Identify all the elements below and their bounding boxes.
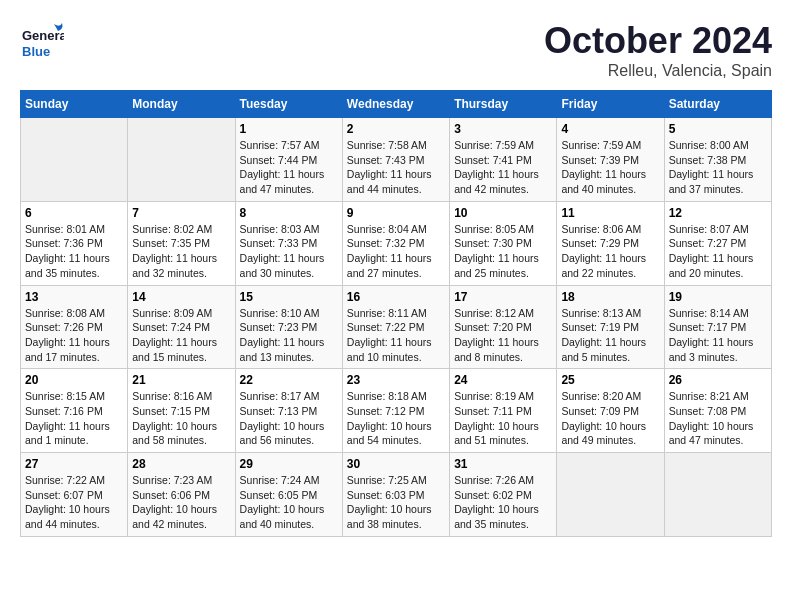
calendar-cell: 1Sunrise: 7:57 AMSunset: 7:44 PMDaylight…	[235, 118, 342, 202]
day-number: 17	[454, 290, 552, 304]
calendar-day-header: Tuesday	[235, 91, 342, 118]
day-number: 23	[347, 373, 445, 387]
logo-icon: General Blue	[20, 20, 64, 64]
day-info: Sunrise: 7:23 AMSunset: 6:06 PMDaylight:…	[132, 473, 230, 532]
calendar-cell: 19Sunrise: 8:14 AMSunset: 7:17 PMDayligh…	[664, 285, 771, 369]
day-info: Sunrise: 8:20 AMSunset: 7:09 PMDaylight:…	[561, 389, 659, 448]
day-info: Sunrise: 8:04 AMSunset: 7:32 PMDaylight:…	[347, 222, 445, 281]
day-number: 2	[347, 122, 445, 136]
day-number: 24	[454, 373, 552, 387]
day-info: Sunrise: 8:09 AMSunset: 7:24 PMDaylight:…	[132, 306, 230, 365]
day-info: Sunrise: 7:25 AMSunset: 6:03 PMDaylight:…	[347, 473, 445, 532]
calendar-cell: 31Sunrise: 7:26 AMSunset: 6:02 PMDayligh…	[450, 453, 557, 537]
calendar-week-row: 13Sunrise: 8:08 AMSunset: 7:26 PMDayligh…	[21, 285, 772, 369]
calendar-cell: 23Sunrise: 8:18 AMSunset: 7:12 PMDayligh…	[342, 369, 449, 453]
day-info: Sunrise: 8:17 AMSunset: 7:13 PMDaylight:…	[240, 389, 338, 448]
calendar-cell: 24Sunrise: 8:19 AMSunset: 7:11 PMDayligh…	[450, 369, 557, 453]
day-number: 31	[454, 457, 552, 471]
calendar-header-row: SundayMondayTuesdayWednesdayThursdayFrid…	[21, 91, 772, 118]
calendar-cell: 21Sunrise: 8:16 AMSunset: 7:15 PMDayligh…	[128, 369, 235, 453]
calendar-cell	[21, 118, 128, 202]
calendar-cell: 18Sunrise: 8:13 AMSunset: 7:19 PMDayligh…	[557, 285, 664, 369]
day-info: Sunrise: 7:59 AMSunset: 7:41 PMDaylight:…	[454, 138, 552, 197]
day-info: Sunrise: 8:07 AMSunset: 7:27 PMDaylight:…	[669, 222, 767, 281]
calendar-cell	[128, 118, 235, 202]
calendar-week-row: 20Sunrise: 8:15 AMSunset: 7:16 PMDayligh…	[21, 369, 772, 453]
day-number: 6	[25, 206, 123, 220]
calendar-cell: 22Sunrise: 8:17 AMSunset: 7:13 PMDayligh…	[235, 369, 342, 453]
location-title: Relleu, Valencia, Spain	[544, 62, 772, 80]
svg-text:Blue: Blue	[22, 44, 50, 59]
day-info: Sunrise: 8:00 AMSunset: 7:38 PMDaylight:…	[669, 138, 767, 197]
day-info: Sunrise: 8:02 AMSunset: 7:35 PMDaylight:…	[132, 222, 230, 281]
calendar-cell: 16Sunrise: 8:11 AMSunset: 7:22 PMDayligh…	[342, 285, 449, 369]
day-info: Sunrise: 8:19 AMSunset: 7:11 PMDaylight:…	[454, 389, 552, 448]
day-number: 14	[132, 290, 230, 304]
calendar-cell: 30Sunrise: 7:25 AMSunset: 6:03 PMDayligh…	[342, 453, 449, 537]
day-info: Sunrise: 8:13 AMSunset: 7:19 PMDaylight:…	[561, 306, 659, 365]
calendar-cell: 4Sunrise: 7:59 AMSunset: 7:39 PMDaylight…	[557, 118, 664, 202]
calendar-cell: 17Sunrise: 8:12 AMSunset: 7:20 PMDayligh…	[450, 285, 557, 369]
page-header: General Blue October 2024 Relleu, Valenc…	[20, 20, 772, 80]
calendar-cell: 2Sunrise: 7:58 AMSunset: 7:43 PMDaylight…	[342, 118, 449, 202]
day-number: 18	[561, 290, 659, 304]
calendar-day-header: Friday	[557, 91, 664, 118]
day-number: 8	[240, 206, 338, 220]
day-number: 1	[240, 122, 338, 136]
calendar-day-header: Saturday	[664, 91, 771, 118]
calendar-cell: 13Sunrise: 8:08 AMSunset: 7:26 PMDayligh…	[21, 285, 128, 369]
day-info: Sunrise: 7:26 AMSunset: 6:02 PMDaylight:…	[454, 473, 552, 532]
day-number: 7	[132, 206, 230, 220]
day-number: 12	[669, 206, 767, 220]
calendar-day-header: Wednesday	[342, 91, 449, 118]
day-number: 22	[240, 373, 338, 387]
day-info: Sunrise: 8:01 AMSunset: 7:36 PMDaylight:…	[25, 222, 123, 281]
day-number: 30	[347, 457, 445, 471]
day-number: 11	[561, 206, 659, 220]
day-info: Sunrise: 8:06 AMSunset: 7:29 PMDaylight:…	[561, 222, 659, 281]
calendar-day-header: Monday	[128, 91, 235, 118]
title-block: October 2024 Relleu, Valencia, Spain	[544, 20, 772, 80]
day-info: Sunrise: 7:24 AMSunset: 6:05 PMDaylight:…	[240, 473, 338, 532]
day-number: 4	[561, 122, 659, 136]
day-info: Sunrise: 8:05 AMSunset: 7:30 PMDaylight:…	[454, 222, 552, 281]
day-number: 21	[132, 373, 230, 387]
calendar-cell: 14Sunrise: 8:09 AMSunset: 7:24 PMDayligh…	[128, 285, 235, 369]
day-info: Sunrise: 8:21 AMSunset: 7:08 PMDaylight:…	[669, 389, 767, 448]
calendar-week-row: 1Sunrise: 7:57 AMSunset: 7:44 PMDaylight…	[21, 118, 772, 202]
calendar-cell: 20Sunrise: 8:15 AMSunset: 7:16 PMDayligh…	[21, 369, 128, 453]
day-number: 26	[669, 373, 767, 387]
day-info: Sunrise: 8:18 AMSunset: 7:12 PMDaylight:…	[347, 389, 445, 448]
calendar-cell: 3Sunrise: 7:59 AMSunset: 7:41 PMDaylight…	[450, 118, 557, 202]
day-number: 29	[240, 457, 338, 471]
calendar-week-row: 27Sunrise: 7:22 AMSunset: 6:07 PMDayligh…	[21, 453, 772, 537]
day-number: 13	[25, 290, 123, 304]
calendar-cell	[664, 453, 771, 537]
calendar-cell: 26Sunrise: 8:21 AMSunset: 7:08 PMDayligh…	[664, 369, 771, 453]
day-info: Sunrise: 8:11 AMSunset: 7:22 PMDaylight:…	[347, 306, 445, 365]
day-info: Sunrise: 7:22 AMSunset: 6:07 PMDaylight:…	[25, 473, 123, 532]
day-info: Sunrise: 8:08 AMSunset: 7:26 PMDaylight:…	[25, 306, 123, 365]
calendar-cell: 11Sunrise: 8:06 AMSunset: 7:29 PMDayligh…	[557, 201, 664, 285]
day-info: Sunrise: 8:16 AMSunset: 7:15 PMDaylight:…	[132, 389, 230, 448]
day-number: 16	[347, 290, 445, 304]
day-number: 9	[347, 206, 445, 220]
calendar-week-row: 6Sunrise: 8:01 AMSunset: 7:36 PMDaylight…	[21, 201, 772, 285]
logo: General Blue	[20, 20, 64, 64]
calendar-cell: 5Sunrise: 8:00 AMSunset: 7:38 PMDaylight…	[664, 118, 771, 202]
day-info: Sunrise: 7:57 AMSunset: 7:44 PMDaylight:…	[240, 138, 338, 197]
day-info: Sunrise: 7:58 AMSunset: 7:43 PMDaylight:…	[347, 138, 445, 197]
day-number: 20	[25, 373, 123, 387]
day-info: Sunrise: 8:10 AMSunset: 7:23 PMDaylight:…	[240, 306, 338, 365]
calendar-cell	[557, 453, 664, 537]
day-number: 27	[25, 457, 123, 471]
calendar-day-header: Sunday	[21, 91, 128, 118]
calendar-cell: 15Sunrise: 8:10 AMSunset: 7:23 PMDayligh…	[235, 285, 342, 369]
day-number: 10	[454, 206, 552, 220]
calendar-cell: 9Sunrise: 8:04 AMSunset: 7:32 PMDaylight…	[342, 201, 449, 285]
calendar-cell: 27Sunrise: 7:22 AMSunset: 6:07 PMDayligh…	[21, 453, 128, 537]
day-number: 28	[132, 457, 230, 471]
calendar-cell: 10Sunrise: 8:05 AMSunset: 7:30 PMDayligh…	[450, 201, 557, 285]
day-number: 5	[669, 122, 767, 136]
calendar-cell: 28Sunrise: 7:23 AMSunset: 6:06 PMDayligh…	[128, 453, 235, 537]
